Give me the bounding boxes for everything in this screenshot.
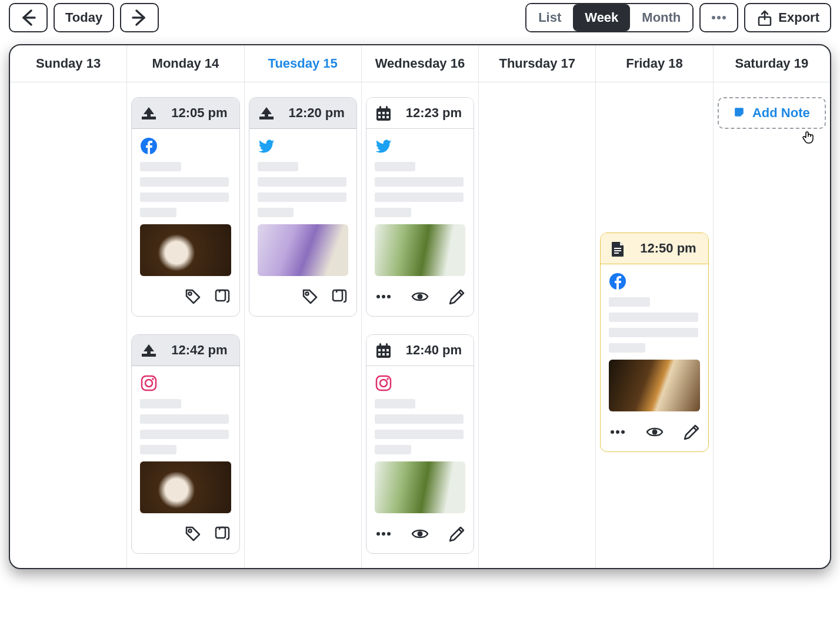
calendar-body: 12:05 pm 12:42 pm <box>10 82 830 568</box>
day-column-monday[interactable]: 12:05 pm 12:42 pm <box>127 82 244 568</box>
tag-button[interactable] <box>184 525 202 545</box>
preview-button[interactable] <box>411 525 429 545</box>
upload-icon <box>140 342 156 358</box>
card-actions <box>249 282 356 316</box>
pencil-icon <box>682 423 700 441</box>
card-header: 12:42 pm <box>132 335 239 366</box>
day-column-saturday[interactable]: Add Note <box>714 82 830 568</box>
day-column-wednesday[interactable]: 12:23 pm 12:40 pm <box>362 82 479 568</box>
card-header: 12:05 pm <box>132 98 239 129</box>
day-column-sunday[interactable] <box>10 82 127 568</box>
eye-icon <box>411 525 429 543</box>
dots-icon <box>375 525 392 543</box>
twitter-icon <box>258 137 275 155</box>
calendar-icon <box>375 105 391 121</box>
view-month[interactable]: Month <box>630 4 692 31</box>
post-card[interactable]: 12:50 pm <box>600 232 708 452</box>
view-week[interactable]: Week <box>573 4 630 31</box>
card-header: 12:50 pm <box>601 233 708 264</box>
network-icon-wrapper <box>609 273 699 290</box>
upload-icon <box>140 105 156 121</box>
post-card[interactable]: 12:05 pm <box>131 97 239 317</box>
card-header: 12:23 pm <box>366 98 474 129</box>
network-icon-wrapper <box>375 374 465 392</box>
instagram-icon <box>375 374 392 392</box>
tag-icon <box>184 288 202 305</box>
preview-button[interactable] <box>646 423 664 443</box>
view-toggle: List Week Month <box>525 3 694 32</box>
add-note-label: Add Note <box>752 105 810 121</box>
more-icon <box>710 9 728 26</box>
edit-button[interactable] <box>448 288 465 308</box>
copy-icon <box>331 288 348 305</box>
add-note-button[interactable]: Add Note <box>718 97 826 129</box>
copy-button[interactable] <box>331 288 348 308</box>
network-icon-wrapper <box>140 374 231 392</box>
edit-button[interactable] <box>682 423 700 443</box>
day-column-friday[interactable]: 12:50 pm <box>596 82 713 568</box>
note-icon <box>734 107 746 119</box>
card-time: 12:23 pm <box>406 105 465 121</box>
arrow-right-icon <box>131 9 148 26</box>
post-thumbnail <box>140 224 231 276</box>
cursor-hand-icon <box>801 129 814 144</box>
view-list[interactable]: List <box>526 4 573 31</box>
copy-button[interactable] <box>214 525 231 545</box>
card-actions <box>132 519 239 553</box>
prev-week-button[interactable] <box>9 3 48 32</box>
more-button[interactable] <box>699 3 738 32</box>
preview-button[interactable] <box>411 288 429 308</box>
tag-icon <box>184 525 202 543</box>
more-button[interactable] <box>375 288 392 308</box>
copy-icon <box>214 525 231 543</box>
copy-button[interactable] <box>214 288 231 308</box>
post-thumbnail <box>375 224 465 276</box>
day-header: Saturday 19 <box>714 45 830 82</box>
card-time: 12:50 pm <box>640 241 699 256</box>
network-icon-wrapper <box>140 137 231 155</box>
more-button[interactable] <box>375 525 392 545</box>
post-card[interactable]: 12:20 pm <box>249 97 357 317</box>
card-actions <box>366 282 474 316</box>
dots-icon <box>375 288 392 305</box>
post-card[interactable]: 12:23 pm <box>366 97 474 317</box>
card-actions <box>366 519 474 553</box>
eye-icon <box>646 423 664 441</box>
card-time: 12:05 pm <box>171 105 231 121</box>
post-thumbnail <box>140 461 231 513</box>
export-button[interactable]: Export <box>744 3 831 32</box>
post-text-placeholder <box>140 399 231 454</box>
facebook-icon <box>140 137 158 155</box>
pencil-icon <box>448 288 465 305</box>
calendar: Sunday 13 Monday 14 Tuesday 15 Wednesday… <box>9 44 831 569</box>
tag-icon <box>301 288 319 305</box>
eye-icon <box>411 288 429 305</box>
post-card[interactable]: 12:40 pm <box>366 334 474 554</box>
post-text-placeholder <box>609 297 699 353</box>
today-button[interactable]: Today <box>54 3 114 32</box>
card-time: 12:20 pm <box>288 105 348 121</box>
pencil-icon <box>448 525 465 543</box>
card-header: 12:40 pm <box>366 335 474 366</box>
tag-button[interactable] <box>184 288 202 308</box>
day-header: Wednesday 16 <box>362 45 479 82</box>
instagram-icon <box>140 374 158 392</box>
upload-icon <box>258 105 274 121</box>
more-button[interactable] <box>609 423 626 443</box>
post-thumbnail <box>609 360 699 411</box>
day-header: Monday 14 <box>127 45 244 82</box>
post-thumbnail <box>258 224 348 276</box>
card-actions <box>132 282 239 316</box>
calendar-header: Sunday 13 Monday 14 Tuesday 15 Wednesday… <box>10 45 830 82</box>
day-header: Thursday 17 <box>479 45 596 82</box>
day-column-thursday[interactable] <box>479 82 596 568</box>
next-week-button[interactable] <box>120 3 159 32</box>
tag-button[interactable] <box>301 288 319 308</box>
copy-icon <box>214 288 231 305</box>
day-column-tuesday[interactable]: 12:20 pm <box>245 82 362 568</box>
day-header: Friday 18 <box>596 45 713 82</box>
card-time: 12:40 pm <box>406 343 465 358</box>
edit-button[interactable] <box>448 525 465 545</box>
post-thumbnail <box>375 461 465 513</box>
post-card[interactable]: 12:42 pm <box>131 334 239 554</box>
